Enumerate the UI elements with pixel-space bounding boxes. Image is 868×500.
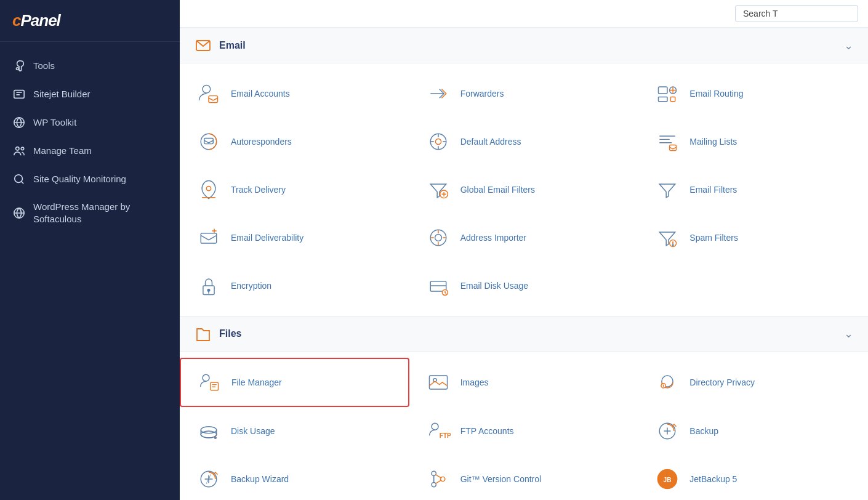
- svg-point-4: [21, 147, 24, 150]
- sidebar-item-wpmanager[interactable]: WordPress Manager by Softaculous: [0, 193, 180, 232]
- address-importer-item[interactable]: Address Importer: [409, 214, 639, 262]
- wp-icon: [12, 116, 26, 129]
- tools-icon: [12, 59, 26, 73]
- svg-rect-21: [201, 233, 216, 243]
- email-section-icon: [195, 37, 212, 54]
- ftp-accounts-icon: FTP: [425, 417, 452, 445]
- email-accounts-item[interactable]: Email Accounts: [180, 70, 409, 118]
- email-routing-label: Email Routing: [689, 88, 743, 99]
- sidebar-item-manageteam[interactable]: Manage Team: [0, 137, 180, 165]
- sidebar-item-tools[interactable]: Tools: [0, 52, 180, 80]
- email-disk-usage-label: Email Disk Usage: [460, 280, 528, 291]
- backup-label: Backup: [689, 425, 718, 437]
- global-email-filters-label: Global Email Filters: [460, 184, 535, 195]
- team-icon: [12, 144, 26, 158]
- backup-item[interactable]: Backup: [638, 407, 868, 455]
- svg-rect-32: [429, 376, 447, 389]
- sidebar-item-sitequality-label: Site Quality Monitoring: [33, 173, 126, 185]
- section-files-label: Files: [219, 328, 241, 339]
- files-chevron-icon: ⌄: [844, 327, 853, 341]
- encryption-item[interactable]: Encryption: [180, 262, 409, 310]
- global-email-filters-icon: [425, 176, 452, 203]
- sidebar-item-sitequality[interactable]: Site Quality Monitoring: [0, 165, 180, 193]
- svg-point-30: [203, 374, 209, 381]
- logo-area: cPanel: [0, 0, 180, 42]
- track-delivery-label: Track Delivery: [231, 184, 286, 195]
- quality-icon: [12, 172, 26, 186]
- autoresponders-icon: [195, 128, 222, 155]
- backup-wizard-icon: [195, 466, 222, 493]
- sidebar-item-tools-label: Tools: [33, 60, 55, 72]
- forwarders-item[interactable]: Forwarders: [409, 70, 639, 118]
- email-deliverability-icon: [195, 224, 222, 251]
- sidebar-item-wptoolkit[interactable]: WP Toolkit: [0, 108, 180, 137]
- svg-rect-1: [14, 91, 24, 99]
- svg-point-17: [435, 139, 441, 144]
- track-delivery-icon: [195, 176, 222, 203]
- backup-icon: [654, 417, 681, 445]
- section-email-label: Email: [219, 40, 246, 51]
- email-routing-item[interactable]: Email Routing: [638, 70, 868, 118]
- jetbackup5-item[interactable]: JB JetBackup 5: [638, 455, 868, 500]
- svg-point-19: [206, 187, 211, 191]
- forwarders-icon: [425, 80, 452, 107]
- email-filters-label: Email Filters: [689, 184, 737, 195]
- sidebar-item-wpmanager-label: WordPress Manager by Softaculous: [33, 201, 167, 225]
- backup-wizard-item[interactable]: Backup Wizard: [180, 455, 409, 500]
- search-input[interactable]: [735, 5, 858, 22]
- svg-point-27: [207, 289, 210, 291]
- svg-rect-10: [659, 87, 668, 94]
- sidebar-item-manageteam-label: Manage Team: [33, 145, 92, 157]
- default-address-item[interactable]: Default Address: [409, 118, 639, 166]
- sidebar: cPanel Tools Sitejet Builder: [0, 0, 180, 500]
- svg-point-23: [435, 235, 441, 241]
- forwarders-label: Forwarders: [460, 88, 504, 99]
- section-files-header[interactable]: Files ⌄: [180, 317, 868, 352]
- sidebar-item-sitejet[interactable]: Sitejet Builder: [0, 80, 180, 108]
- top-bar: [180, 0, 868, 28]
- email-accounts-icon: [195, 80, 222, 107]
- section-email-header[interactable]: Email ⌄: [180, 28, 868, 63]
- sidebar-item-wptoolkit-label: WP Toolkit: [33, 116, 76, 129]
- section-files: Files ⌄ File Manager: [180, 316, 868, 500]
- files-section-icon: [195, 325, 212, 342]
- mailing-lists-item[interactable]: Mailing Lists: [638, 118, 868, 166]
- spam-filters-label: Spam Filters: [689, 232, 738, 243]
- wpmanager-icon: [12, 206, 26, 220]
- email-routing-icon: [654, 80, 681, 107]
- disk-usage-icon: [195, 417, 222, 445]
- track-delivery-item[interactable]: Track Delivery: [180, 166, 409, 214]
- disk-usage-item[interactable]: Disk Usage: [180, 407, 409, 455]
- sitejet-icon: [12, 87, 26, 101]
- git-version-control-item[interactable]: Git™ Version Control: [409, 455, 639, 500]
- file-manager-item[interactable]: File Manager: [180, 358, 409, 407]
- email-disk-usage-icon: [425, 272, 452, 299]
- address-importer-label: Address Importer: [460, 232, 526, 243]
- section-email: Email ⌄ Email Accounts: [180, 28, 868, 316]
- email-deliverability-item[interactable]: Email Deliverability: [180, 214, 409, 262]
- email-chevron-icon: ⌄: [844, 39, 853, 52]
- email-filters-item[interactable]: Email Filters: [638, 166, 868, 214]
- directory-privacy-item[interactable]: Directory Privacy: [638, 358, 868, 407]
- file-manager-label: File Manager: [231, 377, 282, 388]
- email-items-grid: Email Accounts Forwarders: [180, 63, 868, 316]
- svg-point-25: [673, 244, 674, 246]
- svg-text:FTP: FTP: [439, 432, 450, 439]
- images-label: Images: [460, 377, 489, 388]
- global-email-filters-item[interactable]: Global Email Filters: [409, 166, 639, 214]
- svg-point-0: [16, 68, 18, 70]
- sidebar-item-sitejet-label: Sitejet Builder: [33, 88, 90, 100]
- directory-privacy-icon: [654, 369, 681, 396]
- spam-filters-item[interactable]: Spam Filters: [638, 214, 868, 262]
- ftp-accounts-item[interactable]: FTP FTP Accounts: [409, 407, 639, 455]
- git-version-control-label: Git™ Version Control: [460, 474, 542, 485]
- email-filters-icon: [654, 176, 681, 203]
- mailing-lists-label: Mailing Lists: [689, 136, 737, 147]
- backup-wizard-label: Backup Wizard: [231, 474, 289, 485]
- address-importer-icon: [425, 224, 452, 251]
- main-content: Email ⌄ Email Accounts: [180, 0, 868, 500]
- email-disk-usage-item[interactable]: Email Disk Usage: [409, 262, 639, 310]
- images-item[interactable]: Images: [409, 358, 639, 407]
- autoresponders-item[interactable]: Autoresponders: [180, 118, 409, 166]
- email-accounts-label: Email Accounts: [231, 88, 290, 99]
